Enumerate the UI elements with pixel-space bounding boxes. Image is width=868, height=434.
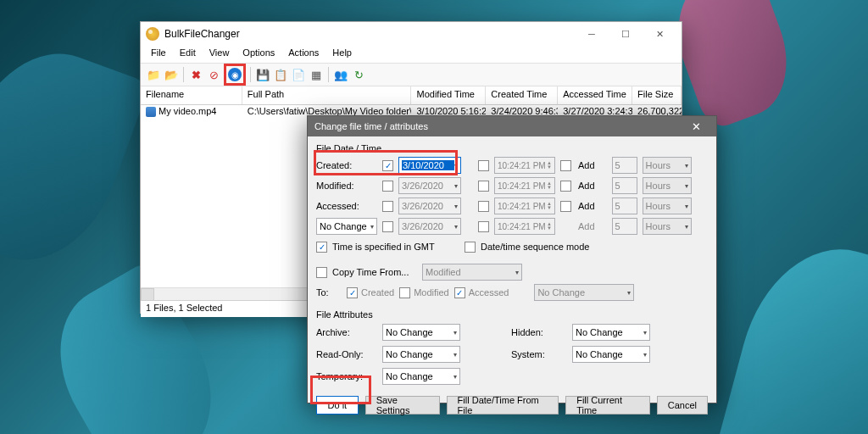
copy-from-select[interactable]: Modified▾ [422, 264, 522, 281]
close-button[interactable]: ✕ [643, 24, 676, 44]
created-time-checkbox[interactable] [478, 160, 489, 171]
clear-icon[interactable]: ⊘ [206, 67, 221, 82]
copy-from-checkbox[interactable] [316, 267, 327, 278]
readonly-select[interactable]: No Change▾ [382, 346, 460, 363]
accessed-date-checkbox[interactable] [382, 201, 393, 212]
accessed-date-input[interactable]: 3/26/2020▾ [398, 198, 461, 214]
gmt-checkbox[interactable] [316, 242, 327, 253]
refresh-icon[interactable]: ↻ [351, 67, 366, 82]
modified-time-input[interactable]: 10:24:21 PM▲▼ [494, 177, 555, 194]
column-filename[interactable]: Filename [141, 86, 242, 104]
highlighted-toolbar-button: ◉ [224, 64, 246, 86]
to-select[interactable]: No Change▾ [534, 284, 634, 301]
accessed-time-checkbox[interactable] [478, 201, 489, 212]
chevron-down-icon: ▾ [627, 289, 631, 297]
add-label: Add [578, 201, 595, 211]
to-label: To: [316, 287, 335, 298]
to-created-checkbox[interactable] [347, 287, 358, 298]
accessed-add-number[interactable]: 5 [612, 198, 637, 214]
nochange-time-input[interactable]: 10:24:21 PM▲▼ [494, 218, 555, 235]
modified-date-input[interactable]: 3/26/2020▾ [398, 177, 461, 194]
chevron-down-icon: ▾ [685, 203, 688, 210]
remove-icon[interactable]: ✖ [188, 67, 203, 82]
fill-from-file-button[interactable]: Fill Date/Time From File [447, 396, 559, 415]
menu-file[interactable]: File [144, 46, 173, 63]
doc-icon[interactable]: 📄 [291, 67, 306, 82]
copy-from-row: Copy Time From... Modified▾ [316, 262, 708, 282]
created-add-number[interactable]: 5 [612, 157, 637, 174]
minimize-button[interactable]: ─ [575, 24, 609, 44]
chevron-down-icon: ▾ [643, 351, 647, 359]
created-date-input[interactable]: 3/10/2020▾ [398, 157, 461, 174]
menu-edit[interactable]: Edit [173, 46, 203, 63]
chevron-down-icon[interactable]: ▾ [454, 162, 458, 170]
modified-time-checkbox[interactable] [478, 181, 489, 192]
modified-add-number[interactable]: 5 [612, 177, 637, 194]
chevron-down-icon: ▾ [454, 182, 458, 190]
created-date-checkbox[interactable] [382, 160, 393, 171]
copy-from-label: Copy Time From... [332, 267, 417, 277]
column-accessed[interactable]: Accessed Time [558, 86, 632, 104]
maximize-button[interactable]: ☐ [609, 24, 643, 44]
nochange-date-checkbox[interactable] [382, 221, 393, 232]
readonly-row: Read-Only: No Change▾ System: No Change▾ [316, 343, 708, 365]
created-add-unit[interactable]: Hours▾ [643, 157, 692, 174]
created-row: Created: 3/10/2020▾ 10:24:21 PM▲▼ Add 5 … [316, 155, 708, 175]
menu-help[interactable]: Help [326, 46, 359, 63]
dialog-close-button[interactable]: ✕ [682, 117, 709, 136]
nochange-date-input[interactable]: 3/26/2020▾ [398, 218, 461, 235]
properties-icon[interactable]: ▦ [309, 67, 324, 82]
sequence-checkbox[interactable] [465, 242, 476, 253]
nochange-row: No Change▾ 3/26/2020▾ 10:24:21 PM▲▼ Add … [316, 216, 708, 236]
system-select[interactable]: No Change▾ [572, 346, 650, 363]
add-label: Add [578, 181, 595, 191]
group-datetime-label: File Date / Time [316, 143, 708, 153]
fill-current-time-button[interactable]: Fill Current Time [565, 396, 650, 415]
chevron-down-icon: ▾ [685, 162, 688, 170]
column-created[interactable]: Created Time [486, 86, 558, 104]
accessed-time-input[interactable]: 10:24:21 PM▲▼ [494, 198, 555, 214]
chevron-down-icon: ▾ [685, 182, 688, 190]
accessed-add-unit[interactable]: Hours▾ [643, 198, 692, 214]
column-fullpath[interactable]: Full Path [242, 86, 412, 104]
to-accessed-checkbox[interactable] [454, 287, 465, 298]
toolbar-separator [250, 67, 251, 82]
open-folder-icon[interactable]: 📁 [146, 67, 161, 82]
created-time-input[interactable]: 10:24:21 PM▲▼ [494, 157, 555, 174]
nochange-add-number[interactable]: 5 [612, 218, 637, 235]
modified-add-checkbox[interactable] [560, 181, 571, 192]
menu-actions[interactable]: Actions [281, 46, 326, 63]
cancel-button[interactable]: Cancel [657, 396, 708, 415]
archive-select[interactable]: No Change▾ [382, 324, 460, 341]
archive-label: Archive: [316, 327, 382, 337]
doit-button[interactable]: Do it [316, 396, 359, 415]
save-settings-button[interactable]: Save Settings [365, 396, 440, 415]
accessed-label: Accessed: [316, 201, 377, 211]
accessed-add-checkbox[interactable] [560, 201, 571, 212]
menu-view[interactable]: View [203, 46, 236, 63]
modified-add-unit[interactable]: Hours▾ [643, 177, 692, 194]
nochange-time-checkbox[interactable] [478, 221, 489, 232]
created-add-checkbox[interactable] [560, 160, 571, 171]
copy-icon[interactable]: 📋 [273, 67, 288, 82]
add-label-disabled: Add [578, 221, 595, 231]
menu-options[interactable]: Options [236, 46, 281, 63]
people-icon[interactable]: 👥 [333, 67, 348, 82]
save-icon[interactable]: 💾 [255, 67, 270, 82]
temporary-label: Temporary: [316, 371, 382, 381]
to-modified-checkbox[interactable] [399, 287, 410, 298]
hidden-label: Hidden: [511, 327, 572, 337]
toolbar-separator [328, 67, 329, 82]
nochange-add-unit[interactable]: Hours▾ [643, 218, 692, 235]
chevron-down-icon: ▾ [454, 203, 458, 210]
spinner-icon[interactable]: ▲▼ [547, 161, 552, 170]
to-modified-label: Modified [414, 287, 449, 298]
modified-date-checkbox[interactable] [382, 181, 393, 192]
column-filesize[interactable]: File Size [632, 86, 682, 104]
add-folder-icon[interactable]: 📂 [164, 67, 179, 82]
temporary-select[interactable]: No Change▾ [382, 368, 460, 385]
hidden-select[interactable]: No Change▾ [572, 324, 650, 341]
nochange-select[interactable]: No Change▾ [316, 218, 377, 235]
change-time-icon[interactable]: ◉ [227, 67, 242, 82]
column-modified[interactable]: Modified Time [411, 86, 486, 104]
